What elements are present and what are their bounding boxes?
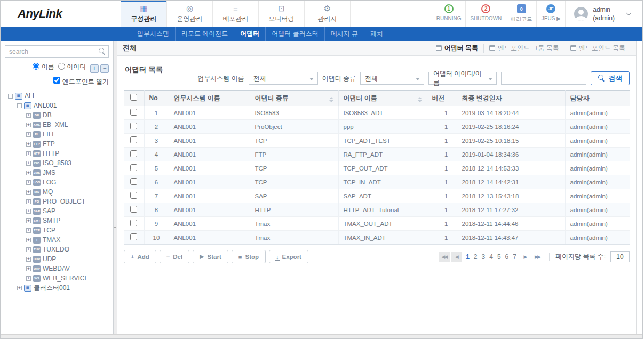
table-row[interactable]: 4 ANL001 FTP RA_FTP_ADT 1 2019-01-04 18:…	[124, 148, 630, 161]
collapse-all-button[interactable]: −	[100, 64, 109, 73]
tree-expander-icon[interactable]: -	[8, 94, 13, 99]
tree-expander-icon[interactable]: +	[26, 276, 31, 281]
action-button[interactable]: + Add	[124, 250, 156, 263]
last-page-button[interactable]: ▶▶	[532, 252, 543, 262]
tree-node[interactable]: + SMT SMTP	[5, 216, 109, 225]
tree-expander-icon[interactable]: +	[26, 209, 31, 214]
tree-expander-icon[interactable]: +	[17, 286, 22, 290]
subnav-item[interactable]: 리모트 에이전트	[175, 27, 234, 41]
expand-all-button[interactable]: +	[90, 64, 99, 73]
page-number[interactable]: 5	[495, 253, 503, 261]
col-owner[interactable]: 담당자	[565, 91, 630, 106]
search-button[interactable]: 검색	[591, 71, 630, 85]
row-checkbox[interactable]	[130, 192, 137, 199]
tree-node[interactable]: + FTP FTP	[5, 139, 109, 149]
id-radio[interactable]	[58, 63, 65, 70]
row-checkbox[interactable]	[130, 164, 137, 171]
name-radio[interactable]	[33, 63, 39, 70]
main-menu-tab[interactable]: ▦ 구성관리	[121, 1, 167, 27]
page-number[interactable]: 1	[464, 253, 472, 261]
subnav-item[interactable]: 어댑터	[234, 27, 265, 41]
splitter-grip-icon[interactable]	[114, 221, 116, 229]
table-row[interactable]: 7 ANL001 SAP SAP_ADT 1 2018-12-13 15:43:…	[124, 189, 630, 203]
status-indicator[interactable]: 1 RUNNING	[432, 1, 466, 27]
main-menu-tab[interactable]: ◎ 운영관리	[167, 1, 213, 27]
action-button[interactable]: ▶ Start	[193, 250, 228, 263]
tree-expander-icon[interactable]: +	[26, 151, 31, 156]
first-page-button[interactable]: ◀◀	[439, 252, 450, 262]
tree-expander-icon[interactable]: +	[26, 257, 31, 262]
tree-node[interactable]: + TCP TCP	[5, 225, 109, 235]
tree-node[interactable]: + DAV WEBDAV	[5, 264, 109, 273]
type-select[interactable]: 전체	[360, 72, 424, 85]
table-row[interactable]: 8 ANL001 HTTP HTTP_ADT_Tutorial 1 2018-1…	[124, 203, 630, 217]
tree-node[interactable]: + ISO ISO_8583	[5, 158, 109, 168]
table-row[interactable]: 9 ANL001 Tmax TMAX_OUT_ADT 1 2018-12-11 …	[124, 217, 630, 231]
row-checkbox[interactable]	[130, 233, 137, 240]
table-row[interactable]: 1 ANL001 ISO8583 ISO8583_ADT 1 2019-03-1…	[124, 106, 630, 120]
tree-node[interactable]: + XML EB_XML	[5, 120, 109, 129]
col-date[interactable]: 최종 변경일자	[457, 91, 565, 106]
tree-expander-icon[interactable]: +	[26, 199, 31, 204]
col-version[interactable]: 버전	[427, 91, 457, 106]
main-menu-tab[interactable]: ≡ 배포관리	[213, 1, 259, 27]
tree-expander-icon[interactable]: +	[26, 218, 31, 223]
tree-expander-icon[interactable]: -	[17, 103, 22, 108]
tree-expander-icon[interactable]: +	[26, 266, 31, 271]
action-button[interactable]: ■ Stop	[232, 250, 266, 263]
table-row[interactable]: 6 ANL001 TCP TCP_IN_ADT 1 2018-12-14 14:…	[124, 175, 630, 189]
subnav-item[interactable]: 업무시스템	[131, 27, 175, 41]
tree-node[interactable]: + T TMAX	[5, 235, 109, 245]
table-row[interactable]: 2 ANL001 ProObject ppp 1 2019-02-25 18:1…	[124, 120, 630, 134]
select-all-checkbox[interactable]	[130, 94, 137, 101]
view-link[interactable]: 엔드포인트 그룹 목록	[483, 44, 565, 53]
row-checkbox[interactable]	[130, 206, 137, 213]
tree-expander-icon[interactable]: +	[26, 228, 31, 233]
page-number[interactable]: 3	[480, 253, 488, 261]
row-checkbox[interactable]	[130, 220, 137, 226]
view-link[interactable]: 어댑터 목록	[431, 44, 483, 53]
action-button[interactable]: − Del	[160, 250, 189, 263]
action-button[interactable]: ↓ Export	[269, 250, 308, 263]
page-number[interactable]: 2	[472, 253, 480, 261]
tree-node[interactable]: + SAP SAP	[5, 206, 109, 216]
table-row[interactable]: 10 ANL001 Tmax TMAX_IN_ADT 1 2018-12-11 …	[124, 231, 630, 245]
tree-node[interactable]: + UDP UDP	[5, 254, 109, 264]
row-checkbox[interactable]	[130, 123, 137, 129]
tree-expander-icon[interactable]: +	[26, 190, 31, 195]
tree-expander-icon[interactable]: +	[26, 180, 31, 185]
status-indicator[interactable]: 2 SHUTDOWN	[465, 1, 506, 27]
row-checkbox[interactable]	[130, 150, 137, 157]
search-input[interactable]	[5, 45, 109, 58]
per-page-input[interactable]	[610, 251, 630, 262]
tree-expander-icon[interactable]: +	[26, 132, 31, 137]
tree-expander-icon[interactable]: +	[26, 142, 31, 147]
tree-expander-icon[interactable]: +	[26, 238, 31, 242]
main-menu-tab[interactable]: ⚙ 관리자	[305, 1, 351, 27]
search-field-select[interactable]: 어댑터 아이디/이름	[428, 72, 497, 85]
tree-expander-icon[interactable]: +	[26, 123, 31, 127]
next-page-button[interactable]: ▶	[520, 252, 531, 262]
main-menu-tab[interactable]: ⊡ 모니터링	[259, 1, 305, 27]
col-no[interactable]: No	[144, 91, 169, 106]
user-menu[interactable]: admin (admin)	[565, 1, 637, 27]
tree-node[interactable]: + DB DB	[5, 110, 109, 120]
col-type[interactable]: 어댑터 종류	[250, 91, 338, 106]
tree-node[interactable]: + 클러스터001	[5, 283, 109, 293]
tree-node[interactable]: + WS WEB_SERVICE	[5, 273, 109, 283]
status-indicator[interactable]: 0 에러코드	[506, 1, 536, 27]
chevron-down-icon[interactable]	[626, 11, 632, 16]
page-number[interactable]: 7	[511, 253, 519, 261]
tree-node[interactable]: - ANL001	[5, 101, 109, 110]
row-checkbox[interactable]	[130, 109, 137, 116]
tree-node[interactable]: + PO PRO_OBJECT	[5, 197, 109, 206]
page-number[interactable]: 4	[487, 253, 495, 261]
row-checkbox[interactable]	[130, 178, 137, 185]
sort-icon[interactable]	[418, 97, 422, 102]
prev-page-button[interactable]: ◀	[451, 252, 462, 262]
panel-splitter[interactable]	[114, 41, 117, 334]
subnav-item[interactable]: 패치	[364, 27, 389, 41]
tree-node[interactable]: - ALL	[5, 91, 109, 101]
row-checkbox[interactable]	[130, 136, 137, 143]
tree-expander-icon[interactable]: +	[26, 161, 31, 166]
